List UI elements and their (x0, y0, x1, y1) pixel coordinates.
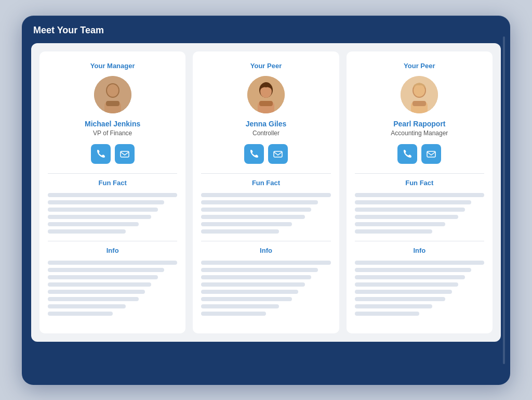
svg-rect-10 (259, 101, 273, 106)
member-title-michael: VP of Finance (93, 130, 132, 137)
svg-rect-11 (274, 151, 282, 157)
info-line-6 (48, 297, 139, 301)
svg-rect-17 (427, 151, 435, 157)
contact-buttons-pearl (397, 144, 441, 164)
info-line-j3 (201, 275, 311, 279)
member-name-jenna: Jenna Giles (246, 120, 287, 128)
fun-line-6 (48, 229, 126, 234)
info-line-7 (48, 304, 126, 308)
fun-fact-lines-michael (48, 193, 177, 234)
fun-line-p4 (355, 215, 458, 219)
divider-info-pearl (355, 241, 484, 241)
info-line-p4 (355, 282, 458, 287)
fun-line-p5 (355, 222, 446, 226)
info-title-michael: Info (48, 247, 177, 254)
divider-fun-fact-michael (48, 173, 177, 174)
fun-line-3 (48, 208, 158, 212)
role-label-pearl: Your Peer (404, 62, 435, 70)
email-button-pearl[interactable] (421, 144, 441, 164)
contact-buttons-michael (91, 144, 135, 164)
contact-buttons-jenna (244, 144, 288, 164)
role-label-jenna: Your Peer (250, 62, 282, 70)
info-line-j5 (201, 290, 298, 294)
email-button-michael[interactable] (115, 144, 135, 164)
member-title-jenna: Controller (252, 130, 280, 137)
fun-line-p6 (355, 229, 433, 234)
divider-fun-fact-pearl (355, 173, 484, 174)
info-line-p3 (355, 275, 465, 279)
fun-line-4 (48, 215, 151, 219)
divider-info-jenna (201, 241, 330, 241)
fun-line-j6 (201, 229, 279, 234)
svg-rect-16 (413, 101, 426, 106)
info-line-p8 (355, 312, 420, 316)
team-card-pearl: Your Peer Pearl Rapoport Accounting Mana… (347, 51, 493, 333)
svg-point-2 (107, 84, 118, 97)
phone-button-pearl[interactable] (397, 144, 417, 164)
app-frame: Meet Your Team Your Manager Michael Jenk… (22, 16, 510, 385)
info-line-p6 (355, 297, 446, 301)
fun-line-j5 (201, 222, 292, 226)
phone-button-jenna[interactable] (244, 144, 264, 164)
info-line-p2 (355, 268, 471, 272)
info-lines-jenna (201, 261, 330, 316)
fun-line-j4 (201, 215, 304, 219)
info-line-2 (48, 268, 164, 272)
scroll-indicator (503, 36, 505, 364)
info-line-j4 (201, 282, 304, 287)
info-line-j2 (201, 268, 317, 272)
phone-button-michael[interactable] (91, 144, 111, 164)
info-line-p1 (355, 261, 484, 265)
info-line-p5 (355, 290, 452, 294)
team-card-jenna: Your Peer Jenna Giles Controller (193, 51, 339, 333)
fun-fact-title-michael: Fun Fact (48, 179, 177, 187)
info-line-3 (48, 275, 158, 279)
avatar-pearl (401, 76, 438, 113)
divider-fun-fact-jenna (201, 173, 330, 174)
member-name-pearl: Pearl Rapoport (393, 120, 445, 128)
info-line-j1 (201, 261, 330, 265)
info-line-j7 (201, 304, 279, 308)
team-card-michael: Your Manager Michael Jenkins VP of Finan… (39, 51, 185, 333)
fun-line-j2 (201, 200, 317, 204)
info-line-j6 (201, 297, 292, 301)
team-panel: Your Manager Michael Jenkins VP of Finan… (31, 43, 501, 342)
fun-line-j1 (201, 193, 330, 197)
fun-line-j3 (201, 208, 311, 212)
avatar-jenna (247, 76, 285, 113)
avatar-michael (94, 76, 131, 113)
info-lines-michael (48, 261, 177, 316)
fun-line-p3 (355, 208, 465, 212)
email-button-jenna[interactable] (268, 144, 288, 164)
info-line-8 (48, 312, 113, 316)
fun-fact-title-jenna: Fun Fact (201, 179, 330, 187)
fun-line-2 (48, 200, 164, 204)
fun-line-p1 (355, 193, 484, 197)
fun-line-5 (48, 222, 139, 226)
member-name-michael: Michael Jenkins (85, 120, 140, 128)
info-line-5 (48, 290, 145, 294)
info-line-4 (48, 282, 151, 287)
member-title-pearl: Accounting Manager (391, 130, 448, 137)
svg-point-14 (414, 84, 425, 97)
info-lines-pearl (355, 261, 484, 316)
info-title-pearl: Info (355, 247, 484, 254)
divider-info-michael (48, 241, 177, 241)
fun-line-1 (48, 193, 177, 197)
info-line-1 (48, 261, 177, 265)
fun-fact-title-pearl: Fun Fact (355, 179, 484, 187)
info-line-p7 (355, 304, 433, 308)
svg-rect-5 (121, 151, 129, 157)
info-line-j8 (201, 312, 266, 316)
svg-rect-4 (106, 101, 119, 106)
fun-fact-lines-jenna (201, 193, 330, 234)
fun-fact-lines-pearl (355, 193, 484, 234)
info-title-jenna: Info (201, 247, 330, 254)
fun-line-p2 (355, 200, 471, 204)
role-label-michael: Your Manager (90, 62, 135, 70)
page-title: Meet Your Team (31, 25, 501, 36)
